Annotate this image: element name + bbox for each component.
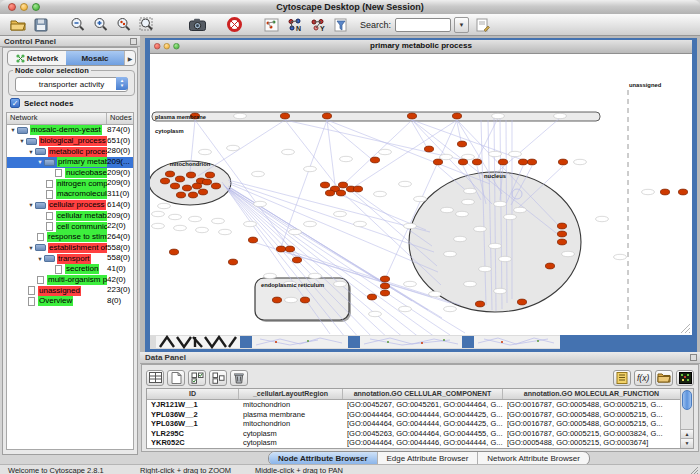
table-row[interactable]: YPL036W__1mitochondrion[GO:0044464, GO:0…: [147, 419, 693, 429]
graph-node[interactable]: [338, 182, 347, 188]
graph-node[interactable]: [518, 159, 527, 165]
matrix-view-icon[interactable]: [676, 370, 694, 386]
network-view-window[interactable]: primary metabolic process plasma membran…: [145, 38, 697, 352]
graph-node[interactable]: [192, 183, 201, 189]
snapshot-icon[interactable]: [188, 16, 207, 34]
expander-icon[interactable]: ▼: [36, 256, 44, 262]
tree-header-network[interactable]: Network: [7, 113, 107, 124]
graph-node[interactable]: [228, 259, 237, 265]
tree-row[interactable]: response to stimulu264(0): [7, 232, 133, 243]
graph-node[interactable]: [433, 159, 442, 165]
zoom-fit-icon[interactable]: [137, 16, 156, 34]
graph-node[interactable]: [353, 186, 362, 192]
graph-node[interactable]: [188, 192, 197, 198]
window-resize-grip-icon[interactable]: [689, 465, 699, 474]
network-overlay-icon[interactable]: Y: [308, 16, 327, 34]
table-row[interactable]: YDR039C__1mitochondrion[GO:0044464, GO:0…: [147, 448, 693, 449]
tree-row[interactable]: ▼transport558(0): [7, 253, 133, 264]
graph-node[interactable]: [202, 179, 211, 185]
graph-node[interactable]: [458, 159, 467, 165]
table-row[interactable]: YKR052Ccytoplasm[GO:0044464, GO:0044446,…: [147, 438, 693, 448]
graph-node[interactable]: [186, 172, 195, 178]
search-config-icon[interactable]: [473, 16, 492, 34]
graph-node[interactable]: [198, 189, 207, 195]
graph-node[interactable]: [300, 297, 309, 303]
graph-node[interactable]: [165, 171, 174, 177]
tab-network[interactable]: Network: [8, 51, 66, 65]
graph-node[interactable]: [205, 172, 214, 178]
graph-node[interactable]: [475, 301, 484, 307]
expander-icon[interactable]: ▼: [9, 127, 17, 133]
new-attribute-icon[interactable]: [167, 370, 185, 386]
attribute-list-icon[interactable]: [613, 370, 631, 386]
scrollbar-thumb[interactable]: [682, 390, 692, 410]
graph-node[interactable]: [545, 263, 554, 269]
scroll-down-icon[interactable]: ▼: [681, 438, 693, 448]
tree-row[interactable]: cellular metabo209(0): [7, 211, 133, 222]
view-close-button[interactable]: [154, 43, 160, 49]
graph-node[interactable]: [557, 231, 566, 237]
graph-node[interactable]: [424, 146, 433, 152]
import-attributes-icon[interactable]: [655, 370, 673, 386]
graph-node[interactable]: [367, 294, 376, 300]
graph-node[interactable]: [182, 185, 191, 191]
network-canvas[interactable]: plasma membranecytoplasmmitochondrionnuc…: [150, 54, 692, 335]
graph-node[interactable]: [380, 290, 389, 296]
table-column-header[interactable]: annotation.GO MOLECULAR_FUNCTION: [503, 389, 681, 399]
expander-icon[interactable]: ▼: [18, 138, 26, 144]
graph-node[interactable]: [558, 159, 567, 165]
tab-mosaic[interactable]: Mosaic: [66, 51, 124, 65]
graph-node[interactable]: [452, 113, 461, 119]
graph-node[interactable]: [457, 141, 466, 147]
tree-row[interactable]: macromolecule311(0): [7, 189, 133, 200]
select-nodes-checkbox[interactable]: ✓: [10, 98, 20, 108]
table-row[interactable]: YPL036W__2plasma membrane[GO:0044464, GO…: [147, 410, 693, 420]
graph-node[interactable]: [660, 189, 669, 195]
graph-node[interactable]: [557, 223, 566, 229]
tree-row[interactable]: ▼primary metabo209(...: [7, 157, 133, 168]
tree-row[interactable]: ▼establishment of lo558(0): [7, 243, 133, 254]
tree-row[interactable]: cell communicat22(0): [7, 221, 133, 232]
view-maximize-button[interactable]: [173, 43, 179, 49]
filter-icon[interactable]: [331, 16, 350, 34]
delete-attribute-icon[interactable]: [230, 370, 248, 386]
resize-grip-icon[interactable]: [677, 320, 691, 334]
graph-node[interactable]: [175, 176, 184, 182]
tree-row[interactable]: nitrogen compo209(0): [7, 178, 133, 189]
graph-node[interactable]: [248, 237, 257, 243]
tree-header-nodes[interactable]: Nodes: [107, 113, 132, 124]
expander-icon[interactable]: ▼: [27, 245, 35, 251]
tree-row[interactable]: multi-organism pro42(0): [7, 275, 133, 286]
graph-node[interactable]: [285, 246, 294, 252]
tree-row[interactable]: nucleobase-209(0): [7, 168, 133, 179]
graph-node[interactable]: [380, 283, 389, 289]
tree-row[interactable]: ▼biological_process651(0): [7, 136, 133, 147]
zoom-selected-icon[interactable]: [114, 16, 133, 34]
graph-node[interactable]: [336, 190, 345, 196]
save-icon[interactable]: [31, 16, 50, 34]
select-attributes-icon[interactable]: [188, 370, 206, 386]
tree-row[interactable]: Overview8(0): [7, 296, 133, 307]
search-input[interactable]: [395, 18, 451, 32]
table-row[interactable]: YJR121W__1mitochondrion[GO:0045267, GO:0…: [147, 400, 693, 410]
zoom-out-icon[interactable]: [68, 16, 87, 34]
graph-node[interactable]: [527, 159, 536, 165]
graph-node[interactable]: [211, 183, 220, 189]
function-builder-icon[interactable]: f(x): [634, 370, 652, 386]
graph-node[interactable]: [170, 183, 179, 189]
zoom-in-icon[interactable]: [91, 16, 110, 34]
minimized-views-strip[interactable]: [150, 335, 692, 349]
graph-node[interactable]: [678, 189, 687, 195]
attribute-table-icon[interactable]: [146, 370, 164, 386]
float-panel-icon[interactable]: [130, 38, 137, 45]
search-dropdown-button[interactable]: ▼: [454, 17, 469, 33]
unselect-attributes-icon[interactable]: [209, 370, 227, 386]
tree-row[interactable]: ▼metabolic process280(0): [7, 146, 133, 157]
table-column-header[interactable]: annotation.GO CELLULAR_COMPONENT: [343, 389, 503, 399]
graph-node[interactable]: [557, 239, 566, 245]
graph-node[interactable]: [325, 190, 334, 196]
graph-node[interactable]: [169, 249, 178, 255]
table-scrollbar[interactable]: ▲ ▼: [680, 389, 693, 448]
tree-row[interactable]: ▼cellular process614(0): [7, 200, 133, 211]
node-color-select[interactable]: transporter activity ▲▼: [15, 77, 128, 92]
